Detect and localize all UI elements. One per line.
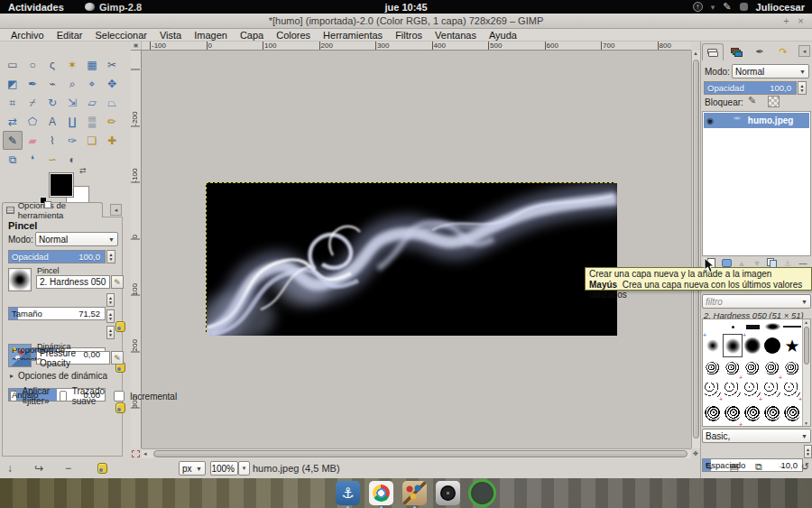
flip-tool[interactable]: ⇄ bbox=[3, 112, 23, 131]
horizontal-scrollbar[interactable]: ◂ bbox=[142, 448, 691, 458]
blur-sharpen-tool[interactable]: ❛ bbox=[23, 150, 42, 169]
heal-tool[interactable]: ✚ bbox=[102, 131, 122, 150]
menu-item[interactable]: Capa bbox=[235, 30, 269, 41]
menu-item[interactable]: Ayuda bbox=[484, 30, 522, 41]
app-menu[interactable]: Gimp-2.8 bbox=[85, 0, 142, 14]
dock-gimp-icon[interactable] bbox=[402, 481, 427, 505]
activities-button[interactable]: Actividades bbox=[8, 0, 64, 14]
clone-tool[interactable]: ❏ bbox=[82, 131, 102, 150]
layer-opacity-spinner[interactable]: ▲▼ bbox=[798, 81, 807, 95]
spacing-spinner[interactable]: ▲▼ bbox=[804, 445, 812, 458]
dock-camera-icon[interactable] bbox=[436, 481, 460, 505]
brush-name-entry[interactable]: 2. Hardness 050 bbox=[36, 275, 110, 289]
chevron-down-icon[interactable]: ▾ bbox=[711, 3, 715, 12]
bucket-fill-tool[interactable]: ∐ bbox=[62, 112, 82, 131]
brush-texture-1[interactable] bbox=[703, 401, 723, 426]
horizontal-ruler[interactable]: -1000100200300400500600700800 bbox=[142, 42, 691, 51]
opacity-spinner[interactable]: ▲▼ bbox=[106, 250, 115, 263]
menu-item[interactable]: Imagen bbox=[189, 30, 233, 41]
brush-scroll-thumb[interactable] bbox=[804, 327, 809, 365]
menu-item[interactable]: Filtros bbox=[390, 30, 428, 41]
tool-option-checkbox[interactable]: Incremental bbox=[114, 389, 177, 403]
brush-confetti-1[interactable] bbox=[703, 379, 723, 401]
brush-confetti-2[interactable] bbox=[723, 379, 743, 401]
eraser-tool[interactable]: ▰ bbox=[23, 131, 42, 150]
scroll-left-icon[interactable]: ◂ bbox=[143, 450, 147, 457]
angle-reset-icon[interactable] bbox=[115, 402, 125, 413]
scroll-up-icon[interactable]: ▲ bbox=[804, 319, 808, 325]
rotate-tool[interactable]: ↻ bbox=[42, 93, 62, 112]
zoom-entry[interactable]: 100% bbox=[210, 461, 238, 476]
scroll-down-icon[interactable]: ▼ bbox=[804, 420, 808, 426]
select-by-color-tool[interactable]: ▦ bbox=[82, 55, 102, 74]
brush-hardness-025[interactable] bbox=[703, 334, 723, 357]
restore-tool-preset-button[interactable]: ↪ bbox=[34, 462, 43, 475]
ink-tool[interactable]: ✑ bbox=[62, 131, 82, 150]
pen-input-icon[interactable]: ✎ bbox=[723, 1, 731, 13]
layer-mode-combo[interactable]: Normal▼ bbox=[732, 64, 809, 79]
tool-options-tab[interactable]: Opciones de herramienta bbox=[2, 202, 103, 217]
smudge-tool[interactable]: ∽ bbox=[42, 150, 62, 169]
user-menu[interactable]: Juliocesar bbox=[756, 2, 805, 13]
delete-tool-preset-button[interactable]: − bbox=[65, 462, 71, 475]
angle-spinner[interactable]: ▲▼ bbox=[106, 326, 115, 339]
brush-soft-ellipse[interactable] bbox=[762, 319, 782, 334]
save-tool-preset-button[interactable]: ↓ bbox=[7, 462, 13, 475]
ellipse-select-tool[interactable]: ○ bbox=[23, 55, 42, 74]
lock-pixels-icon[interactable]: ✎ bbox=[748, 95, 756, 106]
configure-tab-button[interactable]: ◂ bbox=[110, 204, 122, 216]
brush-confetti-5[interactable] bbox=[782, 379, 802, 401]
mode-combo[interactable]: Normal▼ bbox=[35, 232, 118, 246]
free-select-tool[interactable]: ς bbox=[42, 55, 62, 74]
foreground-select-tool[interactable]: ◩ bbox=[3, 74, 23, 93]
text-tool[interactable]: A bbox=[42, 112, 62, 131]
tab-paths[interactable]: ✒ bbox=[749, 43, 770, 60]
dock-anchor-icon[interactable]: ⚓ bbox=[336, 481, 360, 505]
brush-preview-button[interactable] bbox=[8, 268, 32, 291]
brush-star[interactable]: ★ bbox=[782, 334, 802, 357]
size-spinner[interactable]: ▲▼ bbox=[106, 293, 115, 307]
vertical-scroll-thumb[interactable] bbox=[693, 60, 699, 439]
aspect-ratio-slider[interactable]: Proporción de aspecto0,00 bbox=[8, 347, 106, 361]
rectangle-select-tool[interactable]: ▭ bbox=[3, 55, 23, 74]
duplicate-brush-button[interactable]: ⧉ bbox=[755, 461, 762, 473]
menu-item[interactable]: Seleccionar bbox=[89, 30, 152, 41]
align-tool[interactable]: ⌗ bbox=[3, 93, 23, 112]
image-canvas[interactable] bbox=[206, 182, 616, 335]
menu-item[interactable]: Editar bbox=[51, 30, 88, 41]
quick-mask-toggle[interactable] bbox=[132, 450, 140, 457]
refresh-brushes-button[interactable]: ↺ bbox=[801, 461, 809, 473]
brush-hardness-050-selected[interactable] bbox=[723, 334, 743, 357]
brush-confetti-4[interactable] bbox=[762, 379, 782, 401]
brush-tiny-dot[interactable] bbox=[723, 319, 743, 334]
zoom-combo-button[interactable]: ▾ bbox=[238, 461, 250, 476]
brush-confetti-3[interactable] bbox=[743, 379, 762, 401]
unit-combo[interactable]: px▼ bbox=[179, 461, 206, 476]
window-titlebar[interactable]: *[humo] (importada)-2.0 (Color RGB, 1 ca… bbox=[0, 14, 812, 29]
brush-texture-4[interactable] bbox=[762, 401, 782, 426]
cage-transform-tool[interactable]: ⬠ bbox=[23, 112, 42, 131]
close-button[interactable]: × bbox=[795, 15, 807, 26]
opacity-slider[interactable]: Opacidad100,0 bbox=[8, 250, 106, 263]
size-reset-icon[interactable] bbox=[115, 321, 125, 332]
crop-tool[interactable]: ⌿ bbox=[23, 93, 42, 112]
menu-item[interactable]: Ventanas bbox=[429, 30, 482, 41]
aspect-spinner[interactable]: ▲▼ bbox=[106, 309, 115, 323]
brush-chalk-5[interactable] bbox=[782, 357, 802, 379]
shear-tool[interactable]: ▱ bbox=[82, 93, 102, 112]
zoom-tool[interactable]: ⌕ bbox=[62, 74, 82, 93]
menu-item[interactable]: Colores bbox=[271, 30, 316, 41]
clock[interactable]: jue 10:45 bbox=[384, 0, 427, 14]
brush-hardness-075[interactable] bbox=[743, 334, 762, 357]
menu-item[interactable]: Archivo bbox=[5, 30, 50, 41]
menu-item[interactable]: Herramientas bbox=[318, 30, 388, 41]
brush-texture-3[interactable] bbox=[743, 401, 762, 426]
brush-chalk-3[interactable] bbox=[743, 357, 762, 379]
dock-chrome-icon[interactable] bbox=[369, 481, 393, 505]
updates-icon[interactable]: ↑ bbox=[693, 2, 703, 12]
configure-tab-button[interactable]: ◂ bbox=[798, 45, 810, 57]
lock-alpha-icon[interactable] bbox=[768, 96, 780, 107]
fuzzy-select-tool[interactable]: ✶ bbox=[62, 55, 82, 74]
vertical-scrollbar[interactable]: ▲ bbox=[691, 51, 700, 448]
blend-tool[interactable]: ▒ bbox=[82, 112, 102, 131]
